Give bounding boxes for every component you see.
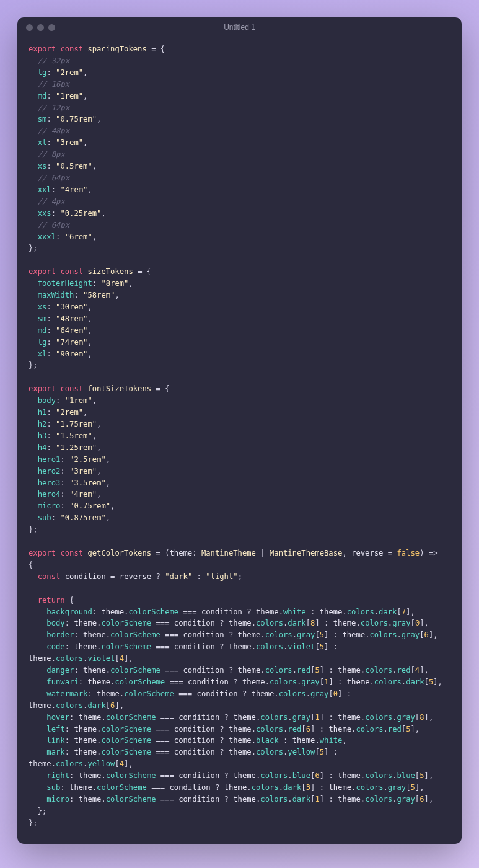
minimize-icon[interactable] — [37, 24, 44, 31]
traffic-lights — [26, 24, 55, 31]
window-title: Untitled 1 — [17, 23, 462, 32]
code-editor[interactable]: export const spacingTokens = { // 32px l… — [17, 37, 462, 844]
editor-window: Untitled 1 export const spacingTokens = … — [17, 17, 462, 844]
maximize-icon[interactable] — [48, 24, 55, 31]
titlebar[interactable]: Untitled 1 — [17, 17, 462, 37]
close-icon[interactable] — [26, 24, 33, 31]
